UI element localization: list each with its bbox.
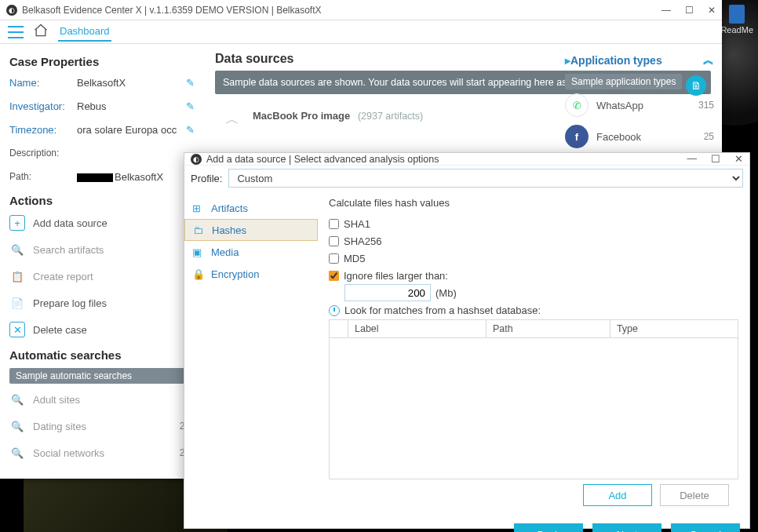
chevron-up-icon[interactable]: ︽ [703, 53, 714, 67]
action-add-data-source[interactable]: + Add data source [9, 212, 195, 234]
hashset-table: Label Path Type [329, 319, 738, 338]
profile-select[interactable]: Custom [228, 169, 743, 188]
top-toolbar: Dashboard [0, 20, 722, 44]
delete-hashset-button[interactable]: Delete [660, 484, 729, 506]
magnifier-icon: 🔍 [9, 242, 25, 257]
titlebar[interactable]: ◐ Belkasoft Evidence Center X | v.1.1.63… [0, 0, 722, 20]
chevron-up-icon[interactable]: ︿ [223, 110, 242, 129]
ds-item-title: MacBook Pro image [253, 110, 350, 122]
add-data-source-modal: ◐ Add a data source | Select advanced an… [184, 152, 750, 529]
prop-description: Description: [9, 144, 195, 162]
tab-artifacts[interactable]: ⊞Artifacts [184, 197, 318, 219]
sidebar: Case Properties Name: BelkasoftX ✎ Inves… [0, 44, 204, 479]
file-icon [729, 5, 745, 24]
lock-icon: 🔒 [192, 268, 205, 280]
col-checkbox[interactable] [330, 320, 348, 338]
magnifier-icon: 🔍 [9, 392, 25, 407]
minimize-button[interactable]: — [687, 153, 698, 165]
actions-heading: Actions [9, 194, 195, 207]
ds-item-count: (2937 artifacts) [358, 111, 423, 122]
application-types-panel: ▸ Application types ︽ Sample application… [557, 44, 722, 157]
add-hashset-button[interactable]: Add [583, 484, 652, 506]
auto-searches-badge: Sample automatic searches [9, 368, 195, 384]
menu-icon[interactable] [8, 26, 24, 38]
prop-timezone: Timezone: ora solare Europa occ ✎ [9, 120, 195, 139]
hashset-table-body [329, 338, 738, 479]
app-row-whatsapp[interactable]: ✆ WhatsApp 315 [565, 89, 714, 121]
close-button[interactable]: ✕ [708, 5, 716, 16]
checkbox-ignore-larger[interactable]: Ignore files larger than: [329, 267, 738, 284]
redacted-path [77, 173, 113, 182]
col-type[interactable]: Type [610, 320, 738, 338]
modal-titlebar[interactable]: ◐ Add a data source | Select advanced an… [184, 153, 749, 166]
next-button[interactable]: Next [592, 523, 661, 532]
shortcut-label: ReadMe [720, 25, 753, 35]
collapse-icon[interactable]: ▸ [565, 54, 570, 67]
clock-icon [329, 305, 340, 316]
action-delete-case[interactable]: ✕ Delete case [9, 319, 195, 341]
profile-label: Profile: [191, 173, 222, 184]
modal-main: Calculate files hash values SHA1 SHA256 … [318, 191, 749, 517]
app-icon: ◐ [6, 5, 17, 16]
prop-path: Path: BelkasoftX [9, 167, 195, 186]
desktop-shortcut-readme[interactable]: ReadMe [720, 5, 753, 35]
plus-icon: + [9, 215, 25, 231]
cancel-button[interactable]: Cancel [671, 523, 740, 532]
checkbox-sha1[interactable]: SHA1 [329, 215, 738, 232]
edit-icon[interactable]: ✎ [186, 77, 195, 89]
col-label[interactable]: Label [348, 320, 487, 338]
magnifier-icon: 🔍 [9, 445, 25, 461]
app-types-badge: Sample application types [565, 74, 682, 89]
app-row-facebook[interactable]: f Facebook 25 [565, 121, 714, 152]
auto-item-dating[interactable]: 🔍 Dating sites 22 [9, 415, 195, 437]
tab-encryption[interactable]: 🔒Encryption [184, 263, 318, 285]
modal-footer: Back Next Cancel [184, 517, 749, 532]
action-create-report[interactable]: 📋 Create report [9, 265, 195, 287]
app-icon: ◐ [191, 154, 202, 165]
application-types-heading: Application types [570, 54, 662, 67]
checkbox-md5[interactable]: MD5 [329, 250, 738, 267]
action-search-artifacts[interactable]: 🔍 Search artifacts [9, 239, 195, 261]
prop-investigator: Investigator: Rebus ✎ [9, 97, 195, 115]
hash-heading: Calculate files hash values [329, 197, 738, 209]
case-properties-heading: Case Properties [9, 55, 195, 68]
modal-title-text: Add a data source | Select advanced anal… [206, 154, 439, 165]
tab-media[interactable]: ▣Media [184, 241, 318, 263]
document-icon: 📄 [9, 295, 25, 311]
media-icon: ▣ [192, 246, 205, 258]
facebook-icon: f [565, 125, 589, 148]
whatsapp-icon: ✆ [565, 93, 589, 117]
auto-item-social[interactable]: 🔍 Social networks 20 [9, 442, 195, 464]
action-prepare-log[interactable]: 📄 Prepare log files [9, 292, 195, 314]
unit-label: (Mb) [435, 287, 457, 299]
auto-searches-heading: Automatic searches [9, 348, 195, 362]
home-icon[interactable] [33, 23, 49, 41]
edit-icon[interactable]: ✎ [186, 100, 195, 112]
close-button[interactable]: ✕ [734, 153, 743, 165]
magnifier-icon: 🔍 [9, 418, 25, 434]
maximize-button[interactable]: ☐ [711, 153, 720, 165]
profile-row: Profile: Custom [184, 166, 749, 191]
ignore-size-input[interactable] [344, 284, 431, 301]
clipboard-icon: 📋 [9, 268, 25, 284]
modal-sidebar: ⊞Artifacts 🗀Hashes ▣Media 🔒Encryption [184, 191, 318, 517]
folder-icon: 🗀 [193, 224, 206, 236]
x-icon: ✕ [9, 322, 25, 337]
auto-item-adult[interactable]: 🔍 Adult sites 2 [9, 388, 195, 410]
tab-dashboard[interactable]: Dashboard [58, 22, 111, 42]
checkbox-sha256[interactable]: SHA256 [329, 232, 738, 250]
back-button[interactable]: Back [514, 523, 583, 532]
maximize-button[interactable]: ☐ [685, 5, 694, 16]
window-title: Belkasoft Evidence Center X | v.1.1.6359… [22, 5, 322, 16]
grid-icon: ⊞ [192, 202, 205, 214]
col-path[interactable]: Path [486, 320, 610, 338]
minimize-button[interactable]: — [661, 5, 671, 16]
prop-name: Name: BelkasoftX ✎ [9, 73, 195, 92]
hashset-lookup-label: Look for matches from a hashset database… [329, 304, 738, 316]
tab-hashes[interactable]: 🗀Hashes [184, 219, 318, 241]
edit-icon[interactable]: ✎ [186, 124, 195, 136]
